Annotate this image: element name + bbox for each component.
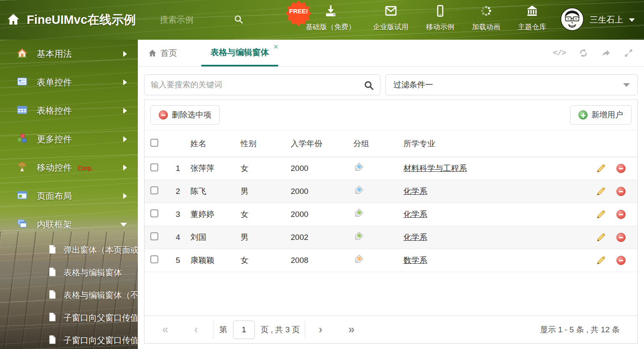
nav-mobile-demo[interactable]: 移动示例 bbox=[426, 4, 454, 32]
nav-basic-free[interactable]: 基础版（免费） bbox=[306, 4, 355, 32]
major-link[interactable]: 化学系 bbox=[403, 210, 427, 219]
minus-icon bbox=[159, 110, 168, 120]
page-number-input[interactable] bbox=[233, 321, 255, 339]
cell-name: 康颖颖 bbox=[190, 255, 241, 266]
table-row[interactable]: 3 董婷婷 女 2000 化学系 bbox=[145, 203, 637, 226]
major-link[interactable]: 化学系 bbox=[403, 187, 427, 196]
page-icon bbox=[48, 335, 57, 346]
sidebar-subitem-popup-window[interactable]: 弹出窗体（本页面或... bbox=[0, 239, 138, 261]
tab-home[interactable]: 首页 bbox=[148, 40, 177, 66]
close-icon[interactable]: × bbox=[274, 43, 278, 51]
edit-icon[interactable] bbox=[596, 210, 606, 219]
delete-icon[interactable] bbox=[616, 164, 626, 173]
nav-enterprise-trial[interactable]: 企业版试用 bbox=[373, 4, 408, 32]
table-row[interactable]: 2 陈飞 男 2000 化学系 bbox=[145, 180, 637, 203]
sidebar-item-form-controls[interactable]: 表单控件 bbox=[0, 68, 138, 97]
sidebar-item-mobile-controls[interactable]: 移动控件 Corp. bbox=[0, 153, 138, 182]
layout-icon bbox=[17, 190, 28, 202]
chevron-down-icon bbox=[120, 223, 127, 227]
prev-page-button[interactable]: ‹ bbox=[194, 324, 198, 335]
brand[interactable]: FineUIMvc在线示例 bbox=[0, 12, 136, 28]
table-row[interactable]: 4 刘国 男 2002 化学系 bbox=[145, 226, 637, 249]
delete-icon[interactable] bbox=[616, 233, 626, 242]
cell-year: 2008 bbox=[291, 256, 353, 265]
tab-content: 过滤条件一 删除选中项 新增用户 bbox=[138, 67, 644, 349]
tab-grid-edit-window[interactable]: 表格与编辑窗体 × bbox=[201, 40, 278, 66]
row-checkbox[interactable] bbox=[150, 209, 158, 217]
plus-icon bbox=[578, 110, 588, 120]
grid-panel: 删除选中项 新增用户 姓名 性别 入学年份 分组 所学专业 bbox=[144, 99, 638, 344]
sidebar-subitem-grid-edit-window-2[interactable]: 表格与编辑窗体（不... bbox=[0, 284, 138, 306]
nav-loading-animation[interactable]: 加载动画 bbox=[472, 4, 500, 32]
row-checkbox[interactable] bbox=[150, 232, 158, 240]
major-link[interactable]: 数学系 bbox=[403, 256, 427, 265]
corp-badge: Corp. bbox=[78, 164, 93, 171]
code-icon[interactable]: </> bbox=[553, 48, 566, 58]
mobile-icon bbox=[434, 4, 447, 19]
cell-gender: 女 bbox=[241, 209, 291, 220]
page-icon bbox=[48, 267, 57, 278]
app-title: FineUIMvc在线示例 bbox=[27, 12, 136, 28]
search-icon[interactable] bbox=[233, 14, 243, 26]
row-checkbox[interactable] bbox=[150, 186, 158, 194]
search-icon[interactable] bbox=[363, 80, 374, 92]
chevron-right-icon bbox=[123, 79, 127, 85]
col-year: 入学年份 bbox=[291, 138, 353, 149]
row-checkbox[interactable] bbox=[150, 163, 158, 171]
sidebar-item-more-controls[interactable]: 更多控件 bbox=[0, 125, 138, 153]
add-user-button[interactable]: 新增用户 bbox=[570, 105, 631, 125]
nav-theme-repo[interactable]: 主题仓库 bbox=[518, 4, 546, 32]
delete-selected-button[interactable]: 删除选中项 bbox=[150, 105, 220, 125]
sidebar-item-grid-controls[interactable]: 表格控件 bbox=[0, 97, 138, 125]
delete-icon[interactable] bbox=[616, 210, 626, 219]
edit-icon[interactable] bbox=[596, 256, 606, 265]
spinner-icon bbox=[479, 4, 493, 19]
page-icon bbox=[48, 290, 57, 301]
cell-gender: 女 bbox=[241, 255, 291, 266]
row-index: 4 bbox=[165, 233, 190, 242]
sidebar-item-iframe[interactable]: 内联框架 bbox=[0, 210, 138, 239]
chevron-right-icon bbox=[123, 51, 127, 57]
share-icon[interactable] bbox=[601, 48, 611, 58]
table-header: 姓名 性别 入学年份 分组 所学专业 bbox=[145, 130, 637, 157]
header-search[interactable] bbox=[160, 14, 243, 26]
edit-icon[interactable] bbox=[596, 187, 606, 196]
refresh-icon[interactable] bbox=[578, 48, 588, 58]
sidebar-subitem-grid-edit-window[interactable]: 表格与编辑窗体 bbox=[0, 261, 138, 284]
row-index: 3 bbox=[165, 210, 190, 219]
sidebar-item-page-layout[interactable]: 页面布局 bbox=[0, 182, 138, 210]
filter-dropdown[interactable]: 过滤条件一 bbox=[385, 74, 638, 95]
table-row[interactable]: 1 张萍萍 女 2000 材料科学与工程系 bbox=[145, 157, 637, 180]
delete-icon[interactable] bbox=[616, 256, 626, 265]
chevron-right-icon bbox=[123, 108, 127, 114]
user-menu[interactable]: 三生石上 bbox=[560, 8, 635, 33]
delete-icon[interactable] bbox=[616, 187, 626, 196]
envelope-icon bbox=[384, 4, 398, 19]
cell-name: 刘国 bbox=[190, 232, 241, 243]
home-icon bbox=[148, 49, 157, 57]
tab-toolbar: </> bbox=[553, 40, 634, 66]
sidebar-subitem-child-to-parent[interactable]: 子窗口向父窗口传值 bbox=[0, 306, 138, 329]
chevron-right-icon bbox=[123, 193, 127, 199]
major-link[interactable]: 材料科学与工程系 bbox=[403, 164, 467, 173]
edit-icon[interactable] bbox=[596, 164, 606, 173]
expand-icon[interactable] bbox=[624, 48, 634, 58]
row-checkbox[interactable] bbox=[150, 255, 158, 263]
tag-icon bbox=[353, 186, 403, 198]
sidebar-item-basic-usage[interactable]: 基本用法 bbox=[0, 40, 138, 68]
select-all-checkbox[interactable] bbox=[150, 139, 158, 147]
table-row[interactable]: 5 康颖颖 女 2008 数学系 bbox=[145, 249, 637, 272]
tag-icon bbox=[353, 232, 403, 244]
last-page-button[interactable]: » bbox=[348, 324, 355, 335]
next-page-button[interactable]: › bbox=[319, 324, 322, 335]
tabstrip: 首页 表格与编辑窗体 × </> bbox=[138, 40, 644, 67]
user-name: 三生石上 bbox=[590, 14, 623, 25]
sidebar-subitem-child-to-parent-2[interactable]: 子窗口向父窗口传值... bbox=[0, 329, 138, 349]
antenna-icon bbox=[17, 161, 28, 174]
record-summary: 显示 1 - 5 条 , 共 12 条 bbox=[540, 324, 620, 335]
major-link[interactable]: 化学系 bbox=[403, 233, 427, 242]
first-page-button[interactable]: « bbox=[162, 324, 168, 335]
edit-icon[interactable] bbox=[596, 233, 606, 242]
keyword-search-input[interactable] bbox=[144, 74, 380, 95]
header-search-input[interactable] bbox=[160, 15, 223, 25]
